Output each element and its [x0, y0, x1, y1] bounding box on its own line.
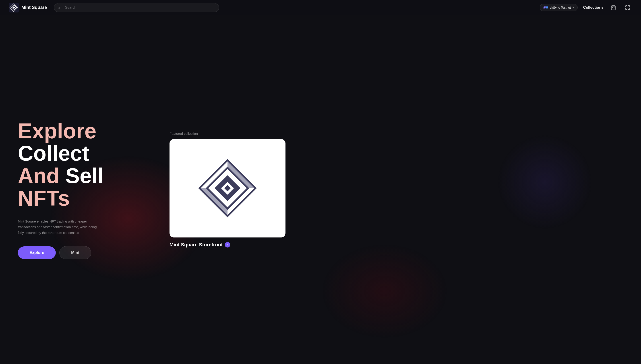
featured-label: Featured collection	[169, 132, 198, 136]
headline-collect: Collect	[18, 141, 89, 165]
explore-button[interactable]: Explore	[18, 246, 56, 259]
collection-name-text: Mint Square Storefront	[169, 242, 223, 248]
hero-buttons: Explore Mint	[18, 246, 156, 259]
headline-sell: Sell	[65, 164, 103, 188]
logo-icon	[9, 3, 19, 12]
headline-explore: Explore	[18, 119, 96, 143]
zksync-icon	[544, 6, 548, 8]
profile-icon	[625, 5, 630, 10]
main-content: Explore Collect And Sell NFTs Mint Squar…	[0, 15, 641, 364]
hero-right: Featured collection Mint Square Storefr	[169, 132, 286, 248]
logo-link[interactable]: Mint Square	[9, 3, 47, 12]
search-container: ⌕	[54, 3, 219, 12]
svg-rect-8	[626, 8, 627, 10]
svg-rect-5	[626, 6, 627, 7]
network-label: zkSync Testnet	[550, 6, 571, 9]
chevron-down-icon: ▾	[572, 6, 574, 9]
svg-rect-7	[628, 8, 630, 10]
profile-button[interactable]	[623, 3, 632, 12]
nav-right: zkSync Testnet ▾ Collections	[540, 3, 632, 12]
navbar: Mint Square ⌕ zkSync Testnet ▾ Collectio…	[0, 0, 641, 15]
network-selector[interactable]: zkSync Testnet ▾	[540, 4, 578, 11]
cart-button[interactable]	[609, 3, 618, 12]
hero-left: Explore Collect And Sell NFTs Mint Squar…	[18, 120, 156, 260]
headline-and: And	[18, 164, 60, 188]
headline-nfts: NFTs	[18, 186, 70, 210]
hero-description: Mint Square enables NFT trading with che…	[18, 218, 103, 236]
hero-headline: Explore Collect And Sell NFTs	[18, 120, 156, 210]
featured-collection-image	[188, 156, 267, 220]
verified-badge: ✓	[225, 242, 230, 248]
search-icon: ⌕	[58, 5, 60, 10]
logo-text: Mint Square	[22, 5, 47, 10]
featured-collection-name-row: Mint Square Storefront ✓	[169, 242, 230, 248]
cart-icon	[611, 5, 616, 10]
featured-collection-card[interactable]	[169, 139, 286, 238]
mint-button[interactable]: Mint	[59, 246, 91, 259]
svg-rect-6	[628, 6, 630, 7]
search-input[interactable]	[54, 3, 219, 12]
collections-link[interactable]: Collections	[583, 5, 603, 10]
